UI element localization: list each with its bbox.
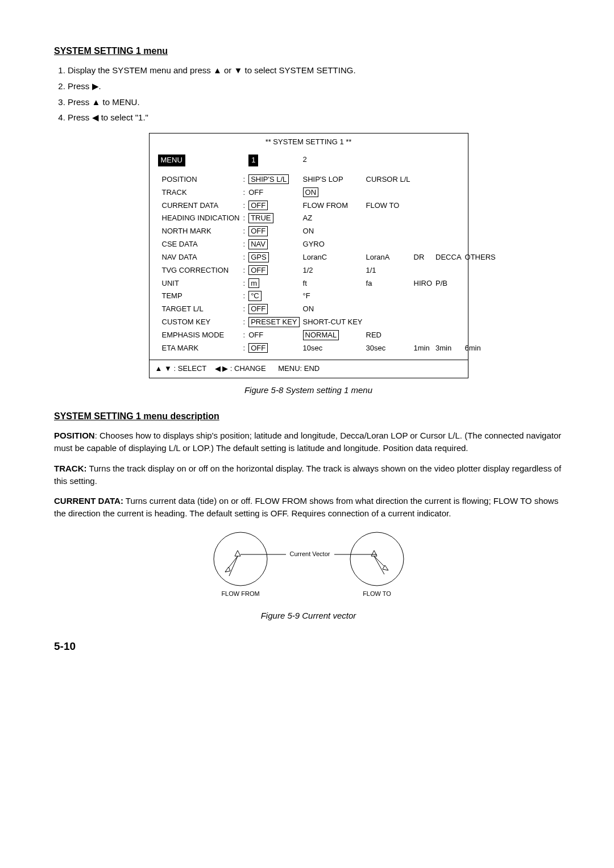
- menu-option: °F: [301, 290, 364, 303]
- menu-option-selected: GPS: [248, 252, 268, 262]
- menu-option: SHIP'S L/L: [247, 173, 301, 186]
- menu-option: SHIP'S LOP: [301, 173, 364, 186]
- menu-option: RED: [364, 329, 412, 342]
- menu-option: ON: [301, 186, 364, 199]
- current-vector-diagram: Current Vector FLOW FROM FLOW TO: [54, 528, 563, 605]
- menu-row: NORTH MARK:OFFON: [156, 225, 497, 238]
- menu-row: HEADING INDICATION:TRUEAZ: [156, 212, 497, 225]
- menu-row: TRACK:OFFON: [156, 186, 497, 199]
- step-1-text-b: or: [222, 65, 234, 75]
- svg-marker-6: [225, 567, 230, 572]
- menu-row: TEMP:°C°F: [156, 290, 497, 303]
- colon: :: [242, 251, 247, 264]
- colon: :: [242, 199, 247, 212]
- menu-row: TVG CORRECTION:OFF1/21/1: [156, 264, 497, 277]
- menu-option: OFF: [247, 199, 301, 212]
- triangle-right-icon: ▶: [222, 364, 228, 373]
- menu-row: ETA MARK:OFF10sec30sec1min3min6min: [156, 342, 497, 355]
- menu-option-selected: ON: [303, 187, 319, 198]
- tab-1: 1: [248, 155, 258, 166]
- colon: :: [242, 290, 247, 303]
- step-4: Press ◀ to select "1.": [68, 111, 563, 124]
- menu-option: NAV: [247, 238, 301, 251]
- menu-option: 1/2: [301, 264, 364, 277]
- system-setting-menu-panel: ** SYSTEM SETTING 1 ** MENU 1 2 POSITION…: [149, 133, 468, 378]
- menu-option: OTHERS: [463, 251, 497, 264]
- def-track: Turns the track display on or off on the…: [54, 464, 561, 486]
- colon: :: [242, 303, 247, 316]
- menu-option: FLOW TO: [364, 199, 412, 212]
- section-heading-2: SYSTEM SETTING 1 menu description: [54, 410, 563, 423]
- menu-option-selected: NAV: [248, 239, 268, 249]
- step-3: Press ▲ to MENU.: [68, 96, 563, 108]
- page-number: 5-10: [54, 639, 563, 654]
- menu-row-label: EMPHASIS MODE: [156, 329, 242, 342]
- menu-table: MENU 1 2 POSITION:SHIP'S L/LSHIP'S LOPCU…: [156, 153, 497, 355]
- menu-row: EMPHASIS MODE:OFFNORMALRED: [156, 329, 497, 342]
- diagram-label-center: Current Vector: [289, 550, 330, 557]
- triangle-left-icon: ◀: [215, 364, 221, 373]
- step-1: Display the SYSTEM menu and press ▲ or ▼…: [68, 64, 563, 77]
- menu-row-label: TARGET L/L: [156, 303, 242, 316]
- menu-option: TRUE: [247, 212, 301, 225]
- colon: :: [242, 173, 247, 186]
- menu-option-selected: OFF: [248, 343, 268, 353]
- menu-panel-title: ** SYSTEM SETTING 1 **: [150, 133, 468, 151]
- colon: :: [242, 225, 247, 238]
- menu-option: DECCA: [434, 251, 463, 264]
- colon: :: [242, 277, 247, 290]
- menu-row-label: ETA MARK: [156, 342, 242, 355]
- colon: :: [242, 329, 247, 342]
- svg-marker-3: [371, 550, 377, 556]
- paragraph-track: TRACK: Turns the track display on or off…: [54, 462, 563, 487]
- menu-option: 30sec: [364, 342, 412, 355]
- instruction-list: Display the SYSTEM menu and press ▲ or ▼…: [54, 64, 563, 124]
- triangle-down-icon: ▼: [234, 65, 243, 75]
- menu-row-label: CUSTOM KEY: [156, 316, 242, 329]
- triangle-left-icon: ◀: [92, 112, 99, 122]
- svg-point-0: [214, 532, 267, 586]
- menu-row-label: UNIT: [156, 277, 242, 290]
- menu-option: HIRO: [412, 277, 434, 290]
- step-3-text-a: Press: [68, 97, 92, 107]
- term-position: POSITION: [54, 431, 95, 440]
- menu-row-label: NAV DATA: [156, 251, 242, 264]
- menu-option: OFF: [247, 329, 301, 342]
- figure-caption-1: Figure 5-8 System setting 1 menu: [54, 384, 563, 397]
- menu-option: GPS: [247, 251, 301, 264]
- menu-row: NAV DATA:GPSLoranCLoranADRDECCAOTHERS: [156, 251, 497, 264]
- svg-marker-2: [235, 550, 240, 556]
- menu-option: FLOW FROM: [301, 199, 364, 212]
- step-2-text-b: .: [99, 81, 101, 91]
- step-3-text-b: to MENU.: [100, 97, 139, 107]
- menu-option-selected: m: [248, 278, 259, 289]
- triangle-right-icon: ▶: [92, 81, 99, 91]
- menu-option-selected: NORMAL: [303, 330, 339, 340]
- step-1-text-c: to select SYSTEM SETTING.: [242, 65, 355, 75]
- menu-row-label: NORTH MARK: [156, 225, 242, 238]
- colon: :: [242, 186, 247, 199]
- menu-option: LoranC: [301, 251, 364, 264]
- menu-option: ON: [301, 303, 364, 316]
- paragraph-current-data: CURRENT DATA: Turns current data (tide) …: [54, 495, 563, 520]
- menu-option-selected: OFF: [248, 265, 268, 276]
- svg-line-5: [229, 556, 238, 576]
- diagram-label-right: FLOW TO: [363, 590, 391, 597]
- triangle-up-icon: ▲: [213, 65, 222, 75]
- menu-option-selected: TRUE: [248, 213, 273, 223]
- menu-row: POSITION:SHIP'S L/LSHIP'S LOPCURSOR L/L: [156, 173, 497, 186]
- colon: :: [242, 342, 247, 355]
- colon: :: [242, 264, 247, 277]
- menu-row: CSE DATA:NAVGYRO: [156, 238, 497, 251]
- menu-option: P/B: [434, 277, 463, 290]
- step-1-text-a: Display the SYSTEM menu and press: [68, 65, 213, 75]
- menu-row-label: TVG CORRECTION: [156, 264, 242, 277]
- menu-option: m: [247, 277, 301, 290]
- menu-option: °C: [247, 290, 301, 303]
- triangle-down-icon: ▼: [164, 364, 172, 373]
- menu-row: CURRENT DATA:OFFFLOW FROMFLOW TO: [156, 199, 497, 212]
- menu-row-label: TEMP: [156, 290, 242, 303]
- menu-row: CUSTOM KEY:PRESET KEYSHORT-CUT KEY: [156, 316, 497, 329]
- menu-option-selected: °C: [248, 291, 262, 301]
- menu-option: 1/1: [364, 264, 412, 277]
